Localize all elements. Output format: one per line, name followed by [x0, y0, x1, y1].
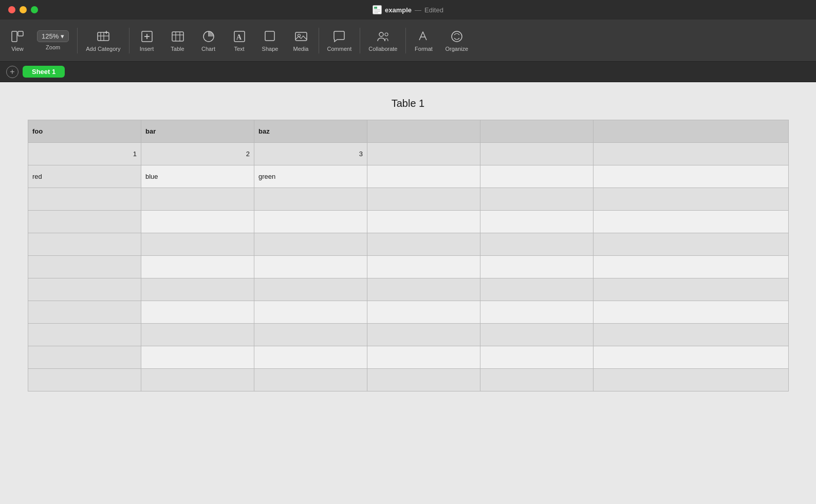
col-header-bar[interactable]: bar	[141, 120, 254, 143]
view-button[interactable]: View	[4, 23, 31, 59]
table-cell[interactable]	[28, 256, 141, 278]
col-header-baz[interactable]: baz	[254, 120, 367, 143]
table-cell[interactable]	[254, 301, 367, 324]
table-row	[28, 233, 789, 256]
table-cell[interactable]	[254, 346, 367, 369]
table-cell[interactable]: red	[28, 165, 141, 188]
title-separator: —	[415, 6, 421, 14]
text-button[interactable]: A Text	[224, 23, 255, 59]
table-cell[interactable]	[367, 188, 480, 211]
close-button[interactable]	[8, 6, 15, 13]
table-cell[interactable]	[141, 188, 254, 211]
col-header-d[interactable]	[367, 120, 480, 143]
format-button[interactable]: Format	[408, 23, 439, 59]
table-cell[interactable]	[367, 278, 480, 301]
document-status: Edited	[424, 6, 443, 14]
table-cell[interactable]	[141, 369, 254, 391]
table-cell[interactable]	[480, 233, 594, 256]
table-cell[interactable]	[594, 256, 789, 278]
table-cell[interactable]	[480, 188, 594, 211]
table-cell[interactable]	[480, 278, 594, 301]
table-cell[interactable]	[367, 301, 480, 324]
zoom-control[interactable]: 125% ▾ Zoom	[31, 23, 75, 59]
col-header-foo[interactable]: foo	[28, 120, 141, 143]
table-cell[interactable]	[28, 278, 141, 301]
table-cell[interactable]	[141, 256, 254, 278]
zoom-button[interactable]: 125% ▾	[37, 30, 69, 42]
table-cell[interactable]	[28, 324, 141, 346]
minimize-button[interactable]	[20, 6, 27, 13]
table-cell[interactable]: green	[254, 165, 367, 188]
table-cell[interactable]	[28, 369, 141, 391]
table-cell[interactable]	[594, 369, 789, 391]
table-cell[interactable]	[254, 211, 367, 233]
table-cell[interactable]	[367, 324, 480, 346]
maximize-button[interactable]	[31, 6, 38, 13]
add-sheet-button[interactable]: +	[6, 66, 18, 78]
table-cell[interactable]	[367, 211, 480, 233]
table-cell[interactable]	[367, 369, 480, 391]
table-cell[interactable]	[254, 278, 367, 301]
svg-point-28	[385, 33, 388, 36]
add-category-button[interactable]: Add Category	[80, 23, 126, 59]
table-cell[interactable]	[594, 165, 789, 188]
table-cell[interactable]: 1	[28, 143, 141, 165]
table-cell[interactable]	[594, 143, 789, 165]
table-cell[interactable]	[594, 211, 789, 233]
table-cell[interactable]	[141, 301, 254, 324]
table-cell[interactable]	[594, 278, 789, 301]
table-cell[interactable]	[254, 188, 367, 211]
table-cell[interactable]	[594, 188, 789, 211]
table-cell[interactable]	[594, 324, 789, 346]
table-cell[interactable]	[594, 346, 789, 369]
table-cell[interactable]	[480, 256, 594, 278]
table-cell[interactable]	[367, 143, 480, 165]
table-cell[interactable]	[367, 346, 480, 369]
table-cell[interactable]	[28, 346, 141, 369]
col-header-e[interactable]	[480, 120, 594, 143]
table-button[interactable]: Table	[162, 23, 193, 59]
svg-rect-25	[295, 32, 307, 41]
table-cell[interactable]	[594, 233, 789, 256]
table-cell[interactable]: blue	[141, 165, 254, 188]
col-header-f[interactable]	[594, 120, 789, 143]
table-cell[interactable]	[367, 165, 480, 188]
table-cell[interactable]	[28, 188, 141, 211]
table-cell[interactable]	[141, 324, 254, 346]
table-cell[interactable]: 3	[254, 143, 367, 165]
table-cell[interactable]	[480, 346, 594, 369]
chart-button[interactable]: Chart	[193, 23, 224, 59]
comment-button[interactable]: Comment	[321, 23, 358, 59]
table-cell[interactable]	[28, 211, 141, 233]
table-cell[interactable]	[480, 324, 594, 346]
svg-rect-24	[265, 31, 274, 41]
table-cell[interactable]	[254, 233, 367, 256]
table-cell[interactable]	[480, 369, 594, 391]
table-cell[interactable]	[254, 256, 367, 278]
table-cell[interactable]	[480, 211, 594, 233]
table-cell[interactable]	[254, 324, 367, 346]
table-cell[interactable]	[367, 256, 480, 278]
table-row	[28, 211, 789, 233]
table-cell[interactable]	[28, 301, 141, 324]
table-cell[interactable]	[141, 211, 254, 233]
table-cell[interactable]	[480, 165, 594, 188]
table-cell[interactable]	[480, 301, 594, 324]
table-cell[interactable]	[141, 233, 254, 256]
shape-button[interactable]: Shape	[255, 23, 286, 59]
table-cell[interactable]	[594, 301, 789, 324]
table-cell[interactable]: 2	[141, 143, 254, 165]
table-cell[interactable]	[480, 143, 594, 165]
collaborate-button[interactable]: Collaborate	[362, 23, 403, 59]
insert-button[interactable]: Insert	[132, 23, 162, 59]
table-cell[interactable]	[28, 233, 141, 256]
table-cell[interactable]	[367, 233, 480, 256]
organize-button[interactable]: Organize	[439, 23, 474, 59]
separator-2	[129, 28, 129, 53]
table-cell[interactable]	[254, 369, 367, 391]
table-cell[interactable]	[141, 278, 254, 301]
svg-rect-3	[374, 11, 380, 12]
table-cell[interactable]	[141, 346, 254, 369]
sheet-tab-1[interactable]: Sheet 1	[23, 66, 65, 78]
media-button[interactable]: Media	[286, 23, 317, 59]
